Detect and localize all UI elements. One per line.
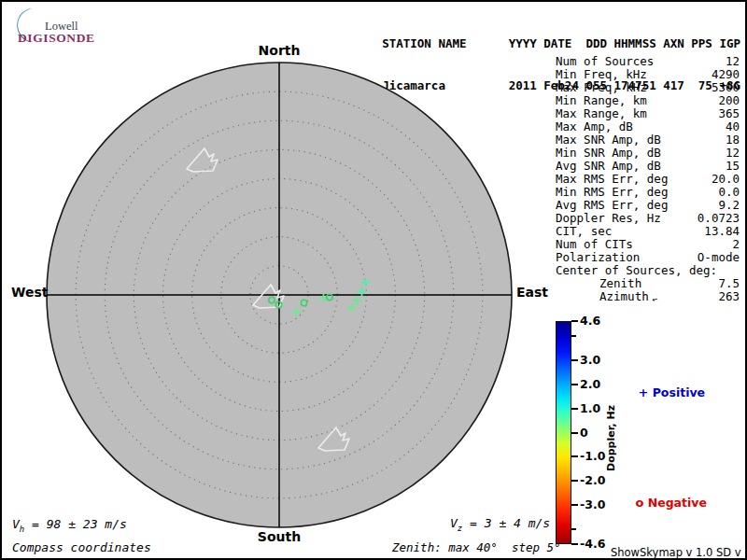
parameter-label: Azimuth↙ — [556, 290, 718, 304]
parameter-value: 365 — [718, 107, 740, 120]
legend-negative: o Negative — [619, 482, 707, 524]
colorbar-tick-label: -4.6 — [580, 537, 605, 551]
parameter-label: Max RMS Err, deg — [556, 173, 712, 186]
parameter-row: CIT, sec13.84 — [556, 225, 740, 238]
parameter-value: 15 — [726, 160, 740, 173]
parameter-label: Min Range, km — [556, 94, 718, 107]
compass-label-south: South — [251, 529, 307, 544]
parameter-value: 7.5 — [718, 277, 740, 290]
parameter-value: 18 — [726, 133, 740, 147]
parameter-row: Max RMS Err, deg20.0 — [556, 173, 740, 186]
legend-negative-label: Negative — [648, 496, 707, 510]
skymap-window: Lowell DIGISONDE STATION NAME YYYY DATE … — [0, 0, 747, 560]
colorbar-tick-label: -3.0 — [580, 497, 605, 511]
compass-label-north: North — [251, 43, 307, 58]
parameter-label: Num of Sources — [556, 55, 726, 68]
parameter-row: Zenith7.5 — [556, 277, 740, 290]
colorbar-tick-label: 1.0 — [580, 401, 600, 415]
colorbar-tick — [571, 432, 578, 434]
parameter-row: Num of Sources12 — [556, 55, 740, 68]
parameter-label: Doppler Res, Hz — [556, 212, 698, 225]
parameter-row: Min RMS Err, deg0.0 — [556, 186, 740, 199]
parameter-value: 0.0 — [718, 186, 740, 199]
parameters-table: Num of Sources12Min Freq, kHz4290Max Fre… — [556, 55, 740, 304]
parameter-row: Min Range, km200 — [556, 94, 740, 107]
parameter-label: Max Freq, kHz — [556, 81, 712, 94]
parameter-row: Max Range, km365 — [556, 107, 740, 120]
parameter-row: Azimuth↙263 — [556, 290, 740, 304]
colorbar-axis-label: Doppler, Hz — [605, 382, 617, 494]
horizontal-velocity-readout: Vh = 98 ± 23 m/s — [12, 517, 127, 534]
plus-icon: + — [638, 385, 648, 399]
parameter-value: 4290 — [712, 68, 740, 81]
colorbar-gradient — [556, 321, 571, 544]
colorbar-tick — [571, 480, 578, 482]
coordinates-note: Compass coordinates — [12, 540, 151, 554]
parameter-value: 2 — [732, 238, 740, 251]
parameter-row: Min SNR Amp, dB12 — [556, 147, 740, 160]
colorbar-tick — [571, 359, 578, 361]
parameter-label: Center of Sources, deg: — [556, 264, 740, 277]
parameter-row: PolarizationO-mode — [556, 251, 740, 264]
compass-label-west: West — [11, 285, 48, 300]
colorbar-tick — [571, 384, 578, 385]
legend-positive-label: Positive — [653, 385, 705, 399]
colorbar-tick — [571, 408, 578, 410]
parameter-value: 200 — [718, 94, 740, 107]
zenith-scale-note: Zenith: max 40° step 5° — [392, 540, 561, 554]
parameter-label: Avg SNR Amp, dB — [556, 160, 726, 173]
compass-label-east: East — [516, 285, 548, 300]
colorbar-tick-label: 3.0 — [580, 353, 600, 367]
parameter-value: 13.84 — [704, 225, 740, 238]
legend-positive: + Positive — [622, 371, 705, 413]
parameter-value: 9.2 — [718, 199, 740, 212]
colorbar-tick-label: 4.6 — [580, 314, 600, 328]
colorbar-tick — [571, 320, 578, 322]
parameter-label: Min Freq, kHz — [556, 68, 712, 81]
parameter-value: O-mode — [698, 251, 740, 264]
parameter-row: Num of CITs2 — [556, 238, 740, 251]
parameter-label: CIT, sec — [556, 225, 704, 238]
parameter-label: Max Amp, dB — [556, 120, 726, 133]
parameter-value: 20.0 — [712, 173, 740, 186]
colorbar-tick-label: -2.0 — [580, 473, 605, 487]
parameter-label: Num of CITs — [556, 238, 732, 251]
parameter-row: Avg SNR Amp, dB15 — [556, 160, 740, 173]
vertical-velocity-readout: Vz = 3 ± 4 m/s — [450, 516, 550, 533]
colorbar-tick-label: 0 — [580, 426, 588, 440]
parameter-row: Avg RMS Err, deg9.2 — [556, 199, 740, 212]
colorbar-tick-label: -1.0 — [580, 449, 605, 463]
parameter-label: Avg RMS Err, deg — [556, 199, 718, 212]
parameter-label: Min RMS Err, deg — [556, 186, 718, 199]
parameter-value: 5300 — [712, 81, 740, 94]
version-credits: ShowSkymap v 1.0 SD v 4.2 — [611, 546, 745, 560]
parameter-value: 263 — [718, 290, 740, 304]
colorbar-tick-label: 2.0 — [580, 377, 600, 391]
parameter-label: Zenith — [556, 277, 718, 290]
circle-icon: o — [635, 496, 643, 510]
parameter-value: 40 — [726, 120, 740, 133]
parameter-label: Max SNR Amp, dB — [556, 133, 726, 147]
parameter-row: Doppler Res, Hz0.0723 — [556, 212, 740, 225]
parameter-value: 12 — [726, 147, 740, 160]
colorbar-tick — [571, 543, 578, 545]
colorbar-tick — [571, 528, 576, 530]
colorbar-tick — [571, 504, 578, 506]
parameter-row: Max SNR Amp, dB18 — [556, 133, 740, 147]
colorbar-tick — [571, 335, 576, 337]
parameter-value: 0.0723 — [698, 212, 740, 225]
parameter-row: Max Freq, kHz5300 — [556, 81, 740, 94]
azimuth-direction-icon: ↙ — [646, 289, 660, 305]
parameter-label: Min SNR Amp, dB — [556, 147, 726, 160]
parameter-row: Max Amp, dB40 — [556, 120, 740, 133]
colorbar-tick — [571, 455, 578, 457]
parameter-row: Center of Sources, deg: — [556, 264, 740, 277]
parameter-row: Min Freq, kHz4290 — [556, 68, 740, 81]
parameter-label: Polarization — [556, 251, 698, 264]
parameter-label: Max Range, km — [556, 107, 718, 120]
parameter-value: 12 — [726, 55, 740, 68]
